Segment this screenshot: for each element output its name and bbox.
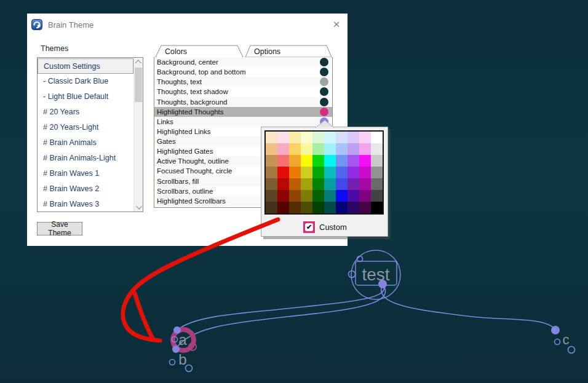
- color-swatch[interactable]: [277, 167, 289, 178]
- save-theme-button[interactable]: Save Theme: [37, 222, 82, 235]
- theme-item[interactable]: # 20 Years: [38, 105, 133, 120]
- color-swatch[interactable]: [312, 143, 324, 155]
- color-swatch[interactable]: [266, 155, 277, 167]
- color-setting-row[interactable]: Thoughts, background: [154, 97, 332, 107]
- theme-item[interactable]: # Brain Waves 2: [38, 181, 133, 197]
- color-swatch[interactable]: [301, 143, 312, 155]
- color-swatch[interactable]: [371, 132, 383, 143]
- color-swatch[interactable]: [277, 143, 289, 155]
- color-swatch[interactable]: [359, 202, 371, 213]
- color-swatch[interactable]: [277, 155, 289, 167]
- color-swatch[interactable]: [301, 178, 312, 190]
- color-swatch[interactable]: [359, 155, 371, 167]
- color-swatch[interactable]: [336, 167, 348, 178]
- theme-item[interactable]: # 20 Years-Light: [38, 120, 133, 135]
- color-setting-row[interactable]: Thoughts, text: [154, 77, 332, 87]
- color-swatch[interactable]: [277, 202, 289, 213]
- color-swatch[interactable]: [312, 167, 324, 178]
- color-swatch[interactable]: [371, 178, 383, 190]
- color-swatch[interactable]: [336, 202, 348, 213]
- color-swatch[interactable]: [371, 155, 383, 167]
- color-swatch[interactable]: [289, 143, 301, 155]
- color-setting-row[interactable]: Links: [154, 117, 332, 127]
- node-c-lower-gate[interactable]: [568, 347, 575, 353]
- color-swatch[interactable]: [324, 190, 336, 202]
- color-swatch[interactable]: [336, 155, 348, 167]
- color-swatch[interactable]: [348, 143, 359, 155]
- color-setting-dot[interactable]: [320, 98, 328, 106]
- scroll-thumb[interactable]: [135, 68, 142, 102]
- color-swatch[interactable]: [359, 190, 371, 202]
- color-setting-row[interactable]: Background, center: [154, 57, 332, 67]
- color-swatch[interactable]: [336, 190, 348, 202]
- color-swatch[interactable]: [266, 143, 277, 155]
- node-label-b[interactable]: b: [178, 351, 186, 368]
- color-swatch[interactable]: [312, 155, 324, 167]
- color-swatch[interactable]: [312, 190, 324, 202]
- color-swatch[interactable]: [266, 167, 277, 178]
- color-swatch[interactable]: [277, 178, 289, 190]
- color-swatch[interactable]: [289, 132, 301, 143]
- color-swatch[interactable]: [336, 143, 348, 155]
- link-test-b[interactable]: [177, 284, 386, 348]
- scroll-down-icon[interactable]: [134, 202, 143, 211]
- color-swatch[interactable]: [277, 132, 289, 143]
- color-setting-dot[interactable]: [320, 87, 328, 96]
- color-swatch[interactable]: [301, 202, 312, 213]
- color-swatch[interactable]: [277, 190, 289, 202]
- color-swatch[interactable]: [301, 155, 312, 167]
- color-swatch[interactable]: [348, 167, 359, 178]
- color-swatch[interactable]: [289, 178, 301, 190]
- color-swatch[interactable]: [266, 178, 277, 190]
- color-swatch[interactable]: [348, 178, 359, 190]
- color-swatch[interactable]: [324, 202, 336, 213]
- color-swatch[interactable]: [301, 132, 312, 143]
- node-c-gate-top[interactable]: [551, 326, 560, 334]
- color-swatch[interactable]: [359, 178, 371, 190]
- color-swatch[interactable]: [371, 167, 383, 178]
- color-swatch[interactable]: [348, 132, 359, 143]
- node-test-pin-circle[interactable]: [357, 256, 363, 262]
- color-swatch[interactable]: [324, 167, 336, 178]
- link-test-c[interactable]: [381, 284, 555, 330]
- node-label-a[interactable]: a: [178, 331, 187, 348]
- color-swatch[interactable]: [289, 202, 301, 213]
- color-swatch[interactable]: [348, 155, 359, 167]
- color-swatch[interactable]: [359, 167, 371, 178]
- theme-item[interactable]: # Brain Waves 1: [38, 166, 133, 181]
- color-swatch[interactable]: [301, 167, 312, 178]
- color-swatch[interactable]: [266, 190, 277, 202]
- color-swatch[interactable]: [312, 132, 324, 143]
- color-swatch[interactable]: [336, 178, 348, 190]
- color-swatch[interactable]: [312, 202, 324, 213]
- color-swatch[interactable]: [301, 190, 312, 202]
- color-swatch[interactable]: [324, 143, 336, 155]
- color-setting-dot[interactable]: [320, 77, 328, 86]
- themes-scrollbar[interactable]: [133, 58, 143, 211]
- color-setting-dot[interactable]: [320, 68, 328, 76]
- tab-options-label[interactable]: Options: [254, 47, 280, 56]
- color-swatch[interactable]: [371, 190, 383, 202]
- node-label-test[interactable]: test: [362, 265, 389, 284]
- color-swatch[interactable]: [359, 132, 371, 143]
- color-swatch[interactable]: [371, 202, 383, 213]
- theme-item[interactable]: - Classic Dark Blue: [38, 74, 133, 89]
- theme-item[interactable]: # Brain Animals: [38, 135, 133, 151]
- color-swatch[interactable]: [266, 202, 277, 213]
- dialog-titlebar[interactable]: Brain Theme ✕: [27, 14, 348, 36]
- node-b-side-gate[interactable]: [170, 360, 175, 365]
- color-swatch[interactable]: [324, 155, 336, 167]
- link-test-a[interactable]: [177, 284, 384, 330]
- color-setting-dot[interactable]: [320, 108, 328, 116]
- color-setting-dot[interactable]: [320, 58, 328, 66]
- theme-item[interactable]: - Light Blue Default: [38, 89, 133, 105]
- theme-item[interactable]: # Brain Animals-Light: [38, 151, 133, 166]
- color-swatch[interactable]: [289, 167, 301, 178]
- color-swatch[interactable]: [324, 178, 336, 190]
- close-icon[interactable]: ✕: [331, 19, 342, 30]
- color-swatch[interactable]: [289, 190, 301, 202]
- node-c-side-gate[interactable]: [555, 339, 560, 345]
- custom-color-checkbox[interactable]: ✔: [303, 221, 315, 233]
- color-swatch[interactable]: [371, 143, 383, 155]
- tab-colors-label[interactable]: Colors: [165, 47, 187, 56]
